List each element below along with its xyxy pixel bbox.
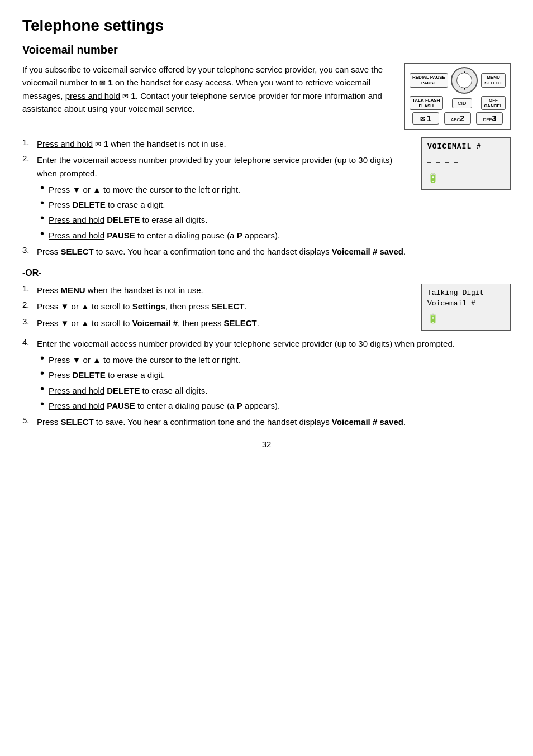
intro-paragraph: If you subscribe to voicemail service of… bbox=[22, 63, 393, 130]
lcd-display-2: Talking Digit Voicemail # 🔋 bbox=[421, 284, 511, 333]
lcd-line1: VOICEMAIL # bbox=[427, 142, 505, 151]
or-step-4: 4. Enter the voicemail access number pro… bbox=[22, 337, 511, 350]
menu-select-key: MENU SELECT bbox=[481, 73, 506, 87]
bullet-item: • Press and hold DELETE to erase all dig… bbox=[40, 384, 511, 397]
bullet-item: • Press ▼ or ▲ to move the cursor to the… bbox=[40, 183, 410, 196]
or-step-5: 5. Press SELECT to save. You hear a conf… bbox=[22, 415, 511, 428]
key-1: ✉ 1 bbox=[412, 112, 439, 125]
key-3: DEF3 bbox=[476, 112, 503, 125]
lcd-display-1: VOICEMAIL # — — — — 🔋 bbox=[421, 137, 511, 261]
bullet-item: • Press and hold PAUSE to enter a dialin… bbox=[40, 229, 410, 242]
bullet-list-1: • Press ▼ or ▲ to move the cursor to the… bbox=[40, 183, 410, 242]
nav-circle: ▲ ▼ bbox=[451, 67, 478, 94]
step-3-item: 3. Press SELECT to save. You hear a conf… bbox=[22, 245, 410, 258]
bullet-list-2: • Press ▼ or ▲ to move the cursor to the… bbox=[40, 353, 511, 412]
bullet-item: • Press and hold DELETE to erase all dig… bbox=[40, 213, 410, 226]
redial-pause-key: REDIAL PAUSE PAUSE bbox=[410, 73, 448, 87]
lcd2-battery-icon: 🔋 bbox=[427, 313, 505, 324]
page-number: 32 bbox=[22, 439, 511, 449]
lcd-battery-icon: 🔋 bbox=[427, 173, 505, 184]
step-2-item: 2. Enter the voicemail access number pro… bbox=[22, 154, 410, 180]
step-1-item: 1. Press and hold ✉ 1 when the handset i… bbox=[22, 137, 410, 150]
cid-key: CID bbox=[452, 98, 472, 108]
off-cancel-key: OFF CANCEL bbox=[481, 96, 506, 110]
keypad-diagram: REDIAL PAUSE PAUSE ▲ ▼ MENU SELECT TALK … bbox=[404, 63, 511, 130]
talk-flash-key: TALK FLASH FLASH bbox=[410, 96, 443, 110]
lcd2-line1: Talking Digit bbox=[427, 289, 505, 297]
or-step-2: 2. Press ▼ or ▲ to scroll to Settings, t… bbox=[22, 300, 410, 313]
lcd-dots: — — — — bbox=[427, 160, 505, 166]
bullet-item: • Press and hold PAUSE to enter a dialin… bbox=[40, 399, 511, 412]
bullet-item: • Press DELETE to erase a digit. bbox=[40, 198, 410, 211]
bullet-item: • Press ▼ or ▲ to move the cursor to the… bbox=[40, 353, 511, 366]
or-divider: -OR- bbox=[22, 268, 511, 278]
or-step-3: 3. Press ▼ or ▲ to scroll to Voicemail #… bbox=[22, 317, 410, 329]
page-title: Telephone settings bbox=[22, 17, 511, 35]
or-step-1: 1. Press MENU when the handset is not in… bbox=[22, 284, 410, 296]
section-subtitle: Voicemail number bbox=[22, 44, 511, 56]
key-2: ABC2 bbox=[444, 112, 471, 125]
lcd2-line2: Voicemail # bbox=[427, 299, 505, 308]
bullet-item: • Press DELETE to erase a digit. bbox=[40, 369, 511, 381]
